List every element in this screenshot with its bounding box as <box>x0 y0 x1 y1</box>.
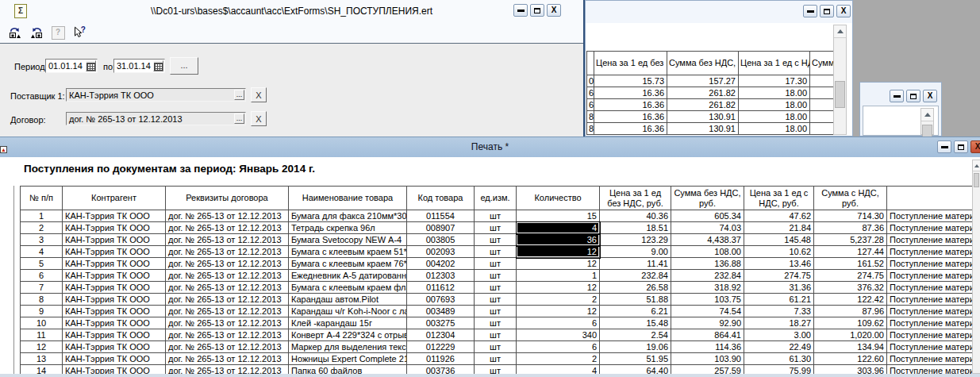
back-cell[interactable]: 16.36 <box>594 87 667 99</box>
cell-contragent[interactable]: КАН-Тэррия ТК ООО <box>63 234 166 246</box>
cell-item[interactable]: Маркер для выделения текст <box>289 341 407 353</box>
scrollbar-thumb[interactable] <box>835 81 845 108</box>
back-cell[interactable] <box>810 99 834 111</box>
cell-qty[interactable]: 12 <box>517 306 600 317</box>
cell-item[interactable]: Карандаш автом.Pilot <box>289 294 407 306</box>
cell-code[interactable]: 003275 <box>407 317 475 329</box>
cell-note[interactable]: Поступление матери <box>887 258 974 270</box>
cell-num[interactable]: 6 <box>21 270 63 282</box>
cell-sum[interactable]: 103.75 <box>671 294 744 306</box>
cell-unit[interactable]: шт <box>475 210 517 222</box>
scroll-up-button[interactable] <box>921 109 933 121</box>
cell-sum[interactable]: 74.03 <box>671 222 744 234</box>
back-cell[interactable] <box>810 123 834 135</box>
calendar-button[interactable] <box>153 60 163 71</box>
cell-price[interactable]: 2.54 <box>600 329 671 341</box>
cell-sum-vat[interactable]: 127.44 <box>814 246 887 258</box>
cell-qty[interactable]: 12 <box>517 258 600 270</box>
cell-item[interactable]: Бумага с клеевым краем 51* <box>289 246 407 258</box>
cell-unit[interactable]: шт <box>475 317 517 329</box>
cell-sum[interactable]: 114.36 <box>671 341 744 353</box>
cell-item[interactable]: Бумага с клеевым краем фла <box>289 282 407 294</box>
cell-qty[interactable]: 6 <box>517 317 600 329</box>
cell-price[interactable]: 232.84 <box>600 270 671 282</box>
cell-note[interactable]: Поступление матери <box>887 246 974 258</box>
cell-contragent[interactable]: КАН-Тэррия ТК ООО <box>63 353 166 365</box>
cell-item[interactable]: Ножницы Expert Complete 210 <box>289 353 407 365</box>
back-cell[interactable]: 130.91 <box>667 123 739 135</box>
cell-contragent[interactable]: КАН-Тэррия ТК ООО <box>63 306 166 317</box>
cell-sum[interactable]: 4,438.37 <box>671 234 744 246</box>
back-cell[interactable]: 157.27 <box>667 75 739 87</box>
back-cell[interactable] <box>810 75 834 87</box>
cell-unit[interactable]: шт <box>475 234 517 246</box>
cell-code[interactable]: 012304 <box>407 329 475 341</box>
maximize-button[interactable] <box>906 90 920 102</box>
cell-note[interactable]: Поступление матери <box>887 210 974 222</box>
cell-price[interactable]: 9.00 <box>600 246 671 258</box>
cell-num[interactable]: 4 <box>21 246 63 258</box>
supplier-input[interactable]: КАН-Тэррия ТК ООО ... <box>66 88 246 102</box>
cell-contract[interactable]: дог. № 265-13 от 12.12.2013 <box>166 341 289 353</box>
scrollbar-thumb[interactable] <box>922 125 932 137</box>
cell-price-vat[interactable]: 18.27 <box>744 317 814 329</box>
cell-price[interactable]: 40.36 <box>600 210 671 222</box>
cell-price[interactable]: 51.95 <box>600 353 671 365</box>
cell-code[interactable]: 011926 <box>407 353 475 365</box>
period-to-input[interactable]: 31.01.14 <box>113 59 165 73</box>
cell-contragent[interactable]: КАН-Тэррия ТК ООО <box>63 222 166 234</box>
cell-sum-vat[interactable]: 1,020.00 <box>814 329 887 341</box>
maximize-button[interactable] <box>954 140 968 153</box>
cell-contract[interactable]: дог. № 265-13 от 12.12.2013 <box>166 317 289 329</box>
window-titlebar[interactable]: X <box>860 83 941 106</box>
cell-sum-vat[interactable]: 122.60 <box>814 353 887 365</box>
cell-note[interactable]: Поступление матери <box>887 353 974 365</box>
cell-price-vat[interactable]: 274.75 <box>744 270 814 282</box>
cell-sum[interactable]: 318.92 <box>671 282 744 294</box>
cell-note[interactable]: Поступление матери <box>887 306 974 317</box>
cell-unit[interactable]: шт <box>475 329 517 341</box>
contract-input[interactable]: дог. № 265-13 от 12.12.2013 ... <box>66 112 246 125</box>
minimize-button[interactable] <box>890 90 904 102</box>
cell-code[interactable]: 011612 <box>407 282 475 294</box>
period-from-input[interactable]: 01.01.14 <box>45 59 98 73</box>
supplier-browse-button[interactable]: ... <box>234 90 244 100</box>
cell-unit[interactable]: шт <box>475 222 517 234</box>
cell-num[interactable]: 12 <box>21 341 63 353</box>
back-cell[interactable]: 0 <box>587 75 594 87</box>
cell-sum[interactable]: 864.41 <box>671 329 744 341</box>
cell-price[interactable]: 19.06 <box>600 341 671 353</box>
selected-cell-qty[interactable]: 12 <box>517 246 600 258</box>
cell-sum[interactable]: 108.00 <box>671 246 744 258</box>
cell-num[interactable]: 13 <box>21 353 63 365</box>
cell-code[interactable]: 008907 <box>407 222 475 234</box>
cell-unit[interactable]: шт <box>475 306 517 317</box>
cell-sum-vat[interactable]: 161.52 <box>814 258 887 270</box>
back-cell[interactable]: 6 <box>587 87 594 99</box>
cell-note[interactable]: Поступление матери <box>887 222 974 234</box>
cell-unit[interactable]: шт <box>475 246 517 258</box>
cell-unit[interactable]: шт <box>475 258 517 270</box>
minimize-button[interactable] <box>803 5 817 17</box>
cell-num[interactable]: 3 <box>21 234 63 246</box>
cell-sum-vat[interactable]: 134.94 <box>814 341 887 353</box>
cell-contract[interactable]: дог. № 265-13 от 12.12.2013 <box>166 270 289 282</box>
back-cell[interactable]: 16.36 <box>594 99 667 111</box>
cell-contract[interactable]: дог. № 265-13 от 12.12.2013 <box>166 258 289 270</box>
cell-item[interactable]: Бумага с клеевым краем 76* <box>289 258 407 270</box>
cell-num[interactable]: 9 <box>21 306 63 317</box>
back-cell[interactable]: 130.91 <box>667 111 739 123</box>
cell-price[interactable]: 51.88 <box>600 294 671 306</box>
window-titlebar[interactable]: Σ \\Dc01-urs\bases$\accaunt\acc\ExtForms… <box>0 0 583 22</box>
cell-price[interactable]: 6.21 <box>600 306 671 317</box>
maximize-button[interactable] <box>820 5 834 17</box>
calendar-button[interactable] <box>86 60 96 71</box>
cell-contragent[interactable]: КАН-Тэррия ТК ООО <box>63 341 166 353</box>
close-button[interactable]: X <box>970 140 980 153</box>
scrollbar-thumb[interactable] <box>974 173 979 187</box>
back-cell[interactable]: 16.36 <box>594 111 667 123</box>
cell-price-vat[interactable]: 31.36 <box>744 282 814 294</box>
cell-note[interactable]: Поступление матери <box>887 270 974 282</box>
save-settings-icon[interactable] <box>29 25 44 40</box>
cell-contract[interactable]: дог. № 265-13 от 12.12.2013 <box>166 246 289 258</box>
